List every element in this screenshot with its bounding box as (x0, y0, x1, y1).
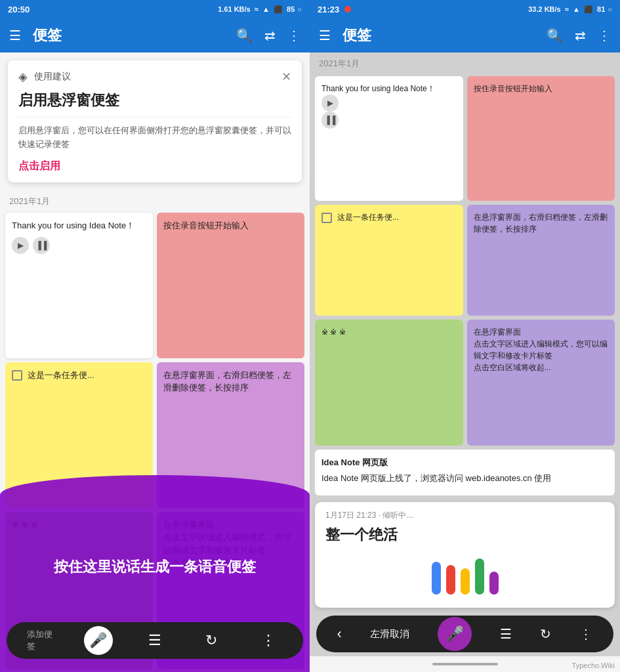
mic-button-left[interactable]: 🎤 (84, 626, 113, 655)
right-note-text-4: 在悬浮窗界面，右滑归档便签，左滑删除便签，长按排序 (474, 211, 609, 235)
menu-icon-toolbar[interactable]: ☰ (140, 626, 169, 655)
right-bottom-toolbar: ‹ 左滑取消 🎤 ☰ ↻ ⋮ (316, 616, 613, 652)
bar-4 (475, 558, 484, 595)
note-card-1[interactable]: Thank you for using Idea Note！ ▶ ▐▐ (5, 213, 153, 358)
left-battery-icon: ○ (297, 5, 302, 13)
right-note-4[interactable]: 在悬浮窗界面，右滑归档便签，左滑删除便签，长按排序 (467, 205, 615, 316)
left-more-icon[interactable]: ⋮ (287, 28, 300, 43)
left-sync-icon[interactable]: ⇄ (264, 28, 276, 43)
card-main-title: 启用悬浮窗便签 (18, 91, 291, 110)
left-app-bar-icons: 🔍 ⇄ ⋮ (236, 28, 300, 43)
right-battery-icon: ○ (608, 5, 612, 13)
right-note-6[interactable]: 在悬浮窗界面点击文字区域进入编辑模式，您可以编辑文字和修改卡片标签点击空白区域将… (467, 320, 615, 446)
left-app-title: 便签 (33, 26, 236, 45)
idea-note-web-card[interactable]: Idea Note 网页版 Idea Note 网页版上线了，浏览器访问 web… (315, 450, 615, 495)
card-title-label: 使用建议 (34, 71, 281, 83)
play-button-1[interactable]: ▶ (12, 237, 29, 254)
bar-3 (461, 568, 470, 595)
note-card-2[interactable]: 按住录音按钮开始输入 (157, 213, 304, 358)
right-app-bar-icons: 🔍 ⇄ ⋮ (547, 28, 611, 43)
right-sync-icon[interactable]: ⇄ (575, 28, 586, 43)
left-menu-icon[interactable]: ☰ (9, 28, 21, 43)
left-status-bar: 20:50 1.61 KB/s ≈ ▲ ⬛ 85 ○ (0, 0, 310, 18)
right-more-icon[interactable]: ⋮ (598, 28, 611, 43)
right-app-title: 便签 (342, 26, 547, 45)
mic-button-right[interactable]: 🎤 (438, 617, 472, 651)
left-bottom-toolbar: 添加便签 🎤 ☰ ↻ ⋮ (7, 622, 303, 659)
add-note-label[interactable]: 添加便签 (27, 626, 56, 655)
right-note-text-5: ※ ※ ※ (321, 326, 457, 338)
right-content: 2021年1月 Thank you for using Idea Note！ ▶… (310, 52, 620, 656)
back-arrow-button[interactable]: ‹ (337, 625, 342, 642)
right-notes-grid: Thank you for using Idea Note！ ▶ ▐▐ 按住录音… (310, 72, 620, 450)
hint-text: 按住这里说话生成一条语音便签 (41, 557, 269, 577)
close-card-button[interactable]: ✕ (281, 70, 291, 84)
bar-2 (446, 565, 455, 595)
right-sync-toolbar[interactable]: ↻ (540, 626, 551, 642)
checkbox-3[interactable] (12, 370, 22, 381)
idea-note-web-title: Idea Note 网页版 (321, 456, 608, 469)
right-note-1[interactable]: Thank you for using Idea Note！ ▶ ▐▐ (315, 76, 463, 201)
voice-note-meta: 1月17日 21:23 · 倾听中... (325, 510, 604, 521)
left-search-icon[interactable]: 🔍 (236, 28, 253, 43)
right-note-5[interactable]: ※ ※ ※ (315, 320, 463, 446)
right-app-bar: ☰ 便签 🔍 ⇄ ⋮ (310, 18, 620, 52)
note-text-2: 按住录音按钮开始输入 (163, 219, 298, 232)
right-task-3: 这是一条任务便... (321, 211, 457, 223)
left-status-icons: 1.61 KB/s ≈ ▲ ⬛ 85 ○ (218, 5, 302, 14)
bar-1 (432, 562, 441, 595)
note-text-1: Thank you for using Idea Note！ (12, 219, 146, 232)
layer-icon: ◈ (18, 70, 28, 84)
right-waveform-1: ▐▐ (321, 112, 339, 129)
watermark: Typecho.Wiki (572, 662, 615, 669)
right-play-1[interactable]: ▶ (321, 94, 339, 112)
floating-card: ◈ 使用建议 ✕ 启用悬浮窗便签 启用悬浮窗后，您可以在任何界面侧滑打开您的悬浮… (8, 60, 302, 182)
voice-note-text: 整一个绝活 (325, 525, 604, 545)
audio-bars (325, 555, 604, 595)
right-nav-line (432, 663, 498, 665)
right-signal-icons: 33.2 KB/s ≈ ▲ ⬛ 81 (528, 5, 605, 14)
waveform-icon-1: ▐▐ (33, 237, 50, 254)
right-audio-1: ▶ ▐▐ (321, 94, 457, 129)
right-status-icons: 33.2 KB/s ≈ ▲ ⬛ 81 ○ (528, 5, 612, 14)
card-description: 启用悬浮窗后，您可以在任何界面侧滑打开您的悬浮窗胶囊便签，并可以快速记录便签 (18, 117, 291, 152)
right-menu-icon[interactable]: ☰ (319, 28, 331, 43)
recording-dot (344, 6, 351, 12)
left-time: 20:50 (8, 5, 30, 14)
right-checkbox-3[interactable] (321, 213, 332, 223)
enable-button[interactable]: 点击启用 (18, 160, 60, 171)
left-app-bar: ☰ 便签 🔍 ⇄ ⋮ (0, 18, 310, 52)
idea-note-web-container: Idea Note 网页版 Idea Note 网页版上线了，浏览器访问 web… (310, 450, 620, 498)
right-task-text-3: 这是一条任务便... (337, 211, 399, 223)
idea-note-web-text: Idea Note 网页版上线了，浏览器访问 web.ideanotes.cn … (321, 472, 608, 485)
right-more-toolbar[interactable]: ⋮ (579, 626, 592, 642)
right-status-bar: 21:23 33.2 KB/s ≈ ▲ ⬛ 81 ○ (310, 0, 620, 18)
task-text-3: 这是一条任务便... (28, 369, 94, 382)
left-panel: 20:50 1.61 KB/s ≈ ▲ ⬛ 85 ○ ☰ 便签 🔍 ⇄ ⋮ ◈ … (0, 0, 310, 672)
task-note-3: 这是一条任务便... (12, 369, 146, 382)
note-text-4: 在悬浮窗界面，右滑归档便签，左滑删除便签，长按排序 (163, 369, 298, 394)
right-menu-toolbar[interactable]: ☰ (500, 626, 512, 642)
bottom-overlay: 按住这里说话生成一条语音便签 添加便签 🎤 ☰ ↻ ⋮ (0, 475, 310, 672)
bar-5 (489, 572, 499, 595)
left-signal-icons: 1.61 KB/s ≈ ▲ ⬛ 85 (218, 5, 295, 14)
sync-icon-toolbar[interactable]: ↻ (197, 626, 226, 655)
right-note-text-1: Thank you for using Idea Note！ (321, 83, 457, 94)
card-header: ◈ 使用建议 ✕ (18, 70, 291, 84)
right-panel: 21:23 33.2 KB/s ≈ ▲ ⬛ 81 ○ ☰ 便签 🔍 ⇄ ⋮ 20… (310, 0, 620, 672)
more-icon-toolbar[interactable]: ⋮ (254, 626, 283, 655)
audio-controls-1: ▶ ▐▐ (12, 237, 146, 254)
right-note-2[interactable]: 按住录音按钮开始输入 (467, 76, 615, 201)
right-note-text-2: 按住录音按钮开始输入 (474, 83, 609, 94)
right-search-icon[interactable]: 🔍 (547, 28, 563, 43)
voice-note-panel: 1月17日 21:23 · 倾听中... 整一个绝活 (315, 502, 615, 608)
right-time: 21:23 (318, 5, 339, 14)
right-note-3[interactable]: 这是一条任务便... (315, 205, 463, 316)
cancel-label[interactable]: 左滑取消 (370, 628, 409, 640)
right-note-text-6: 在悬浮窗界面点击文字区域进入编辑模式，您可以编辑文字和修改卡片标签点击空白区域将… (474, 326, 609, 373)
right-section-date: 2021年1月 (310, 52, 620, 72)
left-section-date: 2021年1月 (0, 190, 310, 210)
